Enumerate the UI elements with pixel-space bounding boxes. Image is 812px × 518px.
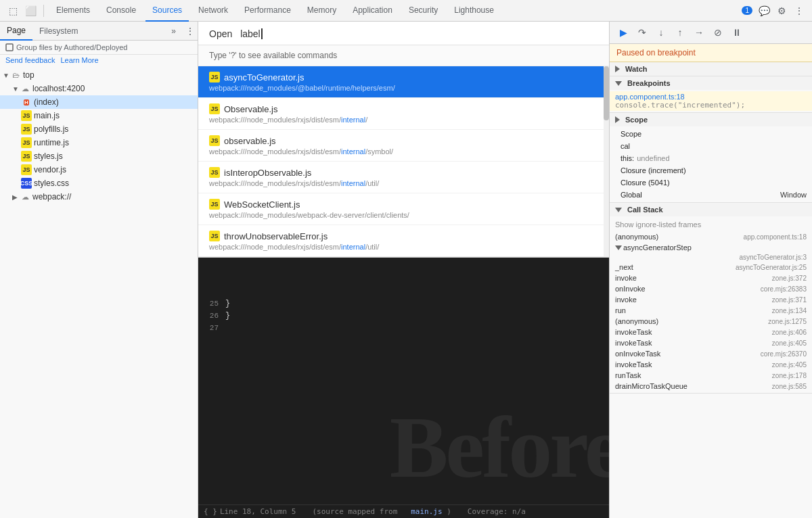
- tree-item-main[interactable]: JS main.js: [0, 109, 198, 122]
- sidebar-tab-filesystem[interactable]: Filesystem: [32, 22, 85, 41]
- open-query[interactable]: label: [240, 28, 263, 39]
- cs-name-anon: (anonymous): [615, 233, 744, 241]
- scope-header[interactable]: Scope: [610, 113, 812, 126]
- watch-header[interactable]: Watch: [610, 62, 812, 76]
- call-stack-oninvoketask[interactable]: onInvokeTask core.mjs:26370: [610, 348, 812, 359]
- step-into-button[interactable]: ↓: [653, 24, 669, 41]
- cloud-icon-webpack: ☁: [20, 192, 30, 202]
- call-stack-invoke1[interactable]: invoke zone.js:372: [610, 273, 812, 283]
- file-name-2: JS observable.js: [209, 135, 598, 146]
- file-list-item-4[interactable]: JS WebSocketClient.js webpack:///node_mo…: [198, 193, 609, 225]
- css-icon-styles: CSS: [22, 179, 31, 188]
- file-list-item-3[interactable]: JS isInteropObservable.js webpack:///nod…: [198, 162, 609, 193]
- tree-item-vendor[interactable]: JS vendor.js: [0, 163, 198, 176]
- ignore-listed-btn[interactable]: Show ignore-listed frames: [610, 218, 812, 231]
- status-source-map-close: ): [447, 507, 451, 516]
- chat-icon[interactable]: 💬: [757, 3, 771, 18]
- call-stack-anonymous[interactable]: (anonymous) app.component.ts:18: [610, 231, 812, 242]
- tab-sources[interactable]: Sources: [145, 0, 189, 22]
- resume-button[interactable]: ▶: [615, 24, 631, 41]
- tab-lighthouse[interactable]: Lighthouse: [447, 0, 501, 22]
- call-stack-run[interactable]: run zone.js:134: [610, 305, 812, 316]
- call-stack-drain[interactable]: drainMicroTaskQueue zone.js:585: [610, 381, 812, 392]
- cs-name-invoketask3: invokeTask: [615, 360, 772, 369]
- call-stack-runtask[interactable]: runTask zone.js:178: [610, 370, 812, 381]
- file-list-wrapper: JS asyncToGenerator.js webpack:///node_m…: [198, 66, 609, 257]
- pause-on-exception-button[interactable]: ⏸: [729, 24, 745, 41]
- sidebar: Page Filesystem » ⋮ Group files by Autho…: [0, 22, 198, 518]
- inspect-icon[interactable]: ⬚: [5, 3, 20, 18]
- sidebar-options-icon[interactable]: ⋮: [183, 24, 198, 39]
- tab-console[interactable]: Console: [99, 0, 143, 22]
- more-icon[interactable]: ⋮: [792, 3, 807, 18]
- scrollbar-track[interactable]: [604, 66, 609, 257]
- code-line-27: 27: [198, 322, 609, 334]
- tab-network[interactable]: Network: [191, 0, 235, 22]
- sidebar-group-options: Group files by Authored/Deployed: [0, 41, 198, 55]
- step-button[interactable]: →: [691, 24, 707, 41]
- breakpoints-arrow: [615, 81, 622, 86]
- call-stack-oninvoke[interactable]: onInvoke core.mjs:26383: [610, 283, 812, 294]
- scope-label: Scope: [625, 116, 648, 124]
- sidebar-more-icon[interactable]: »: [167, 26, 180, 36]
- file-list-item-0[interactable]: JS asyncToGenerator.js webpack:///node_m…: [198, 66, 609, 98]
- tree-label-styles-js: styles.js: [34, 151, 63, 161]
- sidebar-tab-page[interactable]: Page: [0, 22, 32, 41]
- breakpoint-file-0[interactable]: app.component.ts:18: [615, 93, 745, 101]
- tree-item-index[interactable]: H (index): [0, 95, 198, 109]
- tab-performance[interactable]: Performance: [238, 0, 298, 22]
- file-path-pre-1: webpack:///node_modules/rxjs/dist/esm/: [209, 116, 341, 124]
- js-icon-runtime: JS: [22, 138, 31, 147]
- tree-item-styles-css[interactable]: CSS styles.css: [0, 176, 198, 190]
- call-stack-invoketask3[interactable]: invokeTask zone.js:405: [610, 359, 812, 370]
- learn-more-link[interactable]: Learn More: [60, 56, 98, 64]
- call-stack-invoketask1[interactable]: invokeTask zone.js:406: [610, 327, 812, 337]
- send-feedback-link[interactable]: Send feedback: [5, 56, 55, 64]
- tab-application[interactable]: Application: [346, 0, 399, 22]
- file-list-item-1[interactable]: JS Observable.js webpack:///node_modules…: [198, 98, 609, 130]
- call-stack-invoke2[interactable]: invoke zone.js:371: [610, 294, 812, 305]
- scrollbar-thumb[interactable]: [604, 66, 609, 120]
- deactivate-button[interactable]: ⊘: [710, 24, 726, 41]
- call-stack-next[interactable]: _next asyncToGenerator.js:25: [610, 262, 812, 273]
- file-path-pre-3: webpack:///node_modules/rxjs/dist/esm/: [209, 179, 341, 187]
- call-stack-header[interactable]: Call Stack: [610, 203, 812, 216]
- call-stack-anon2[interactable]: (anonymous) zone.js:1275: [610, 316, 812, 327]
- call-stack-asyncgen[interactable]: asyncGeneratorStep: [610, 242, 812, 253]
- breakpoints-section: Breakpoints app.component.ts:18 console.…: [610, 76, 812, 113]
- tree-item-polyfills[interactable]: JS polyfills.js: [0, 122, 198, 136]
- cs-sub-name: [623, 254, 740, 261]
- step-out-button[interactable]: ↑: [672, 24, 688, 41]
- file-path-pre-2: webpack:///node_modules/rxjs/dist/esm/: [209, 147, 341, 156]
- file-list-item-2[interactable]: JS observable.js webpack:///node_modules…: [198, 130, 609, 162]
- tree-item-runtime[interactable]: JS runtime.js: [0, 136, 198, 149]
- tree-label-index: (index): [34, 97, 59, 107]
- js-icon-main: JS: [22, 111, 31, 120]
- file-path-4: webpack:///node_modules/webpack-dev-serv…: [209, 211, 598, 219]
- status-line-col-icon[interactable]: { }: [204, 507, 217, 516]
- file-path-highlight-1: internal: [341, 116, 365, 124]
- settings-icon[interactable]: ⚙: [774, 3, 789, 18]
- status-source-file[interactable]: main.js: [411, 507, 442, 516]
- tree-item-top[interactable]: ▼ 🗁 top: [0, 68, 198, 82]
- tab-security[interactable]: Security: [402, 0, 445, 22]
- breakpoints-header[interactable]: Breakpoints: [610, 76, 812, 90]
- chat-badge: 1: [742, 6, 752, 15]
- code-line-25: 25 }: [198, 298, 609, 310]
- js-file-icon-2: JS: [209, 135, 220, 146]
- file-path-highlight-2: internal: [341, 147, 365, 156]
- cs-loc-next: asyncToGenerator.js:25: [736, 264, 807, 271]
- tab-elements[interactable]: Elements: [49, 0, 97, 22]
- device-icon[interactable]: ⬜: [23, 3, 38, 18]
- tree-item-webpack[interactable]: ▶ ☁ webpack://: [0, 190, 198, 204]
- scope-row-this: this: undefined: [610, 152, 812, 164]
- call-stack-invoketask2[interactable]: invokeTask zone.js:405: [610, 337, 812, 348]
- file-list-item-5[interactable]: JS throwUnobservableError.js webpack:///…: [198, 225, 609, 257]
- tree-item-styles-js[interactable]: JS styles.js: [0, 149, 198, 163]
- tree-label-polyfills: polyfills.js: [34, 124, 68, 134]
- tab-memory[interactable]: Memory: [300, 0, 343, 22]
- file-name-4: JS WebSocketClient.js: [209, 199, 598, 210]
- breakpoint-item-0: app.component.ts:18 console.trace("incre…: [610, 91, 812, 111]
- step-over-button[interactable]: ↷: [634, 24, 650, 41]
- tree-item-localhost[interactable]: ▼ ☁ localhost:4200: [0, 82, 198, 95]
